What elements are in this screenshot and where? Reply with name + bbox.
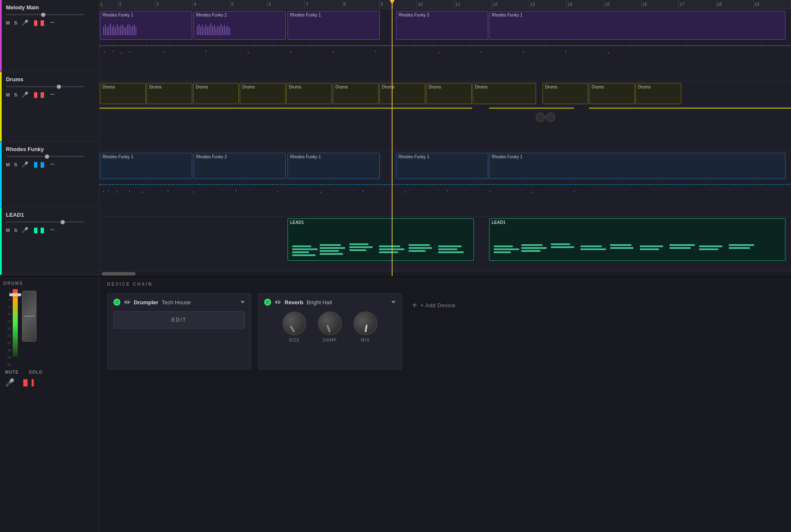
size-knob[interactable] xyxy=(282,311,306,335)
drums-solo-btn[interactable]: S xyxy=(14,92,17,97)
drums-clip-10[interactable]: Drums xyxy=(542,83,588,104)
rhodes-clip-4[interactable]: Rhodes Funky 1 xyxy=(396,153,488,179)
drums-section-label: DRUMS xyxy=(3,281,96,286)
lead-pattern-icon[interactable]: ▐▌▐▌ xyxy=(33,228,46,233)
melody-clip-4[interactable]: Rhodes Funky 2 xyxy=(396,11,488,40)
svg-rect-75 xyxy=(292,251,309,253)
drums-clip-2[interactable]: Drums xyxy=(147,83,192,104)
drums-envelope-icon[interactable]: 〜 xyxy=(50,91,55,98)
lead-mic-icon[interactable]: 🎤 xyxy=(22,227,28,233)
rhodes-clip-1[interactable]: Rhodes Funky 1 xyxy=(100,153,192,179)
rhodes-pattern-icon[interactable]: ▐▌▐▌ xyxy=(33,162,46,167)
svg-rect-86 xyxy=(379,251,398,253)
lead-clip-1[interactable]: LEAD1 xyxy=(288,218,474,261)
drumpler-edit-btn[interactable]: EDIT xyxy=(113,311,245,328)
scrollbar-thumb[interactable] xyxy=(102,272,136,276)
ruler-mark-5: 5 xyxy=(230,0,268,9)
reverb-dropdown[interactable] xyxy=(391,301,396,303)
svg-rect-97 xyxy=(521,247,547,249)
drumpler-arrow-right xyxy=(127,300,130,304)
ruler-mark-1: 1 xyxy=(100,0,118,9)
drums-waveform-2 xyxy=(489,108,574,109)
damp-knob[interactable] xyxy=(318,311,342,335)
drums-clip-9[interactable]: Drums xyxy=(473,83,536,104)
rhodes-slider-thumb[interactable] xyxy=(45,154,49,159)
mix-knob-container: MIX xyxy=(354,311,377,342)
melody-mute-btn[interactable]: M xyxy=(6,20,10,25)
svg-rect-28 xyxy=(210,23,211,35)
rhodes-envelope-icon[interactable]: 〜 xyxy=(50,161,55,168)
add-device-btn[interactable]: + + Add Device xyxy=(409,297,459,314)
device-drumpler: Drumpler Tech House EDIT xyxy=(107,293,251,369)
melody-pattern-icon[interactable]: ▐▌▐▌ xyxy=(33,20,46,25)
timeline-scrollbar[interactable] xyxy=(100,271,791,276)
drums-waveform xyxy=(100,108,472,109)
rhodes-clip-5[interactable]: Rhodes Funky 1 xyxy=(489,153,785,179)
svg-rect-4 xyxy=(110,23,111,35)
svg-rect-70 xyxy=(489,191,490,192)
drums-clip-3[interactable]: Drums xyxy=(193,83,239,104)
melody-solo-btn[interactable]: S xyxy=(14,20,17,25)
svg-rect-23 xyxy=(202,25,203,35)
drums-pattern-icon[interactable]: ▐▌▐▌ xyxy=(33,92,46,97)
track-color-drums xyxy=(0,72,2,141)
ruler-mark-4: 4 xyxy=(193,0,230,9)
melody-clip-3[interactable]: Rhodes Funky 1 xyxy=(288,11,380,40)
device-reverb: Reverb Bright Hall SIZE xyxy=(258,293,402,369)
drums-clip-11[interactable]: Drums xyxy=(589,83,635,104)
main-fader[interactable] xyxy=(13,289,18,357)
drumpler-power-btn[interactable] xyxy=(113,299,120,306)
reverb-power-btn[interactable] xyxy=(264,299,271,306)
rhodes-clip-2[interactable]: Rhodes Funky 2 xyxy=(194,153,286,179)
melody-mic-icon[interactable]: 🎤 xyxy=(22,19,28,26)
drumpler-plugin-name: Drumpler xyxy=(134,299,158,306)
lead-envelope-icon[interactable]: 〜 xyxy=(50,227,55,233)
channel-fader-knob[interactable] xyxy=(22,291,36,342)
drumpler-dropdown[interactable] xyxy=(241,301,245,303)
bottom-mic-icon[interactable]: 🎤 xyxy=(5,378,14,387)
bottom-pattern-icon[interactable]: ▐▌▐ xyxy=(21,379,34,386)
melody-clip-5[interactable]: Rhodes Funky 1 xyxy=(489,11,785,40)
size-knob-label: SIZE xyxy=(289,338,300,342)
mix-knob[interactable] xyxy=(354,311,377,335)
drums-clip-4[interactable]: Drums xyxy=(240,83,285,104)
melody-clip-2[interactable]: Rhodes Funky 2 xyxy=(194,11,286,40)
track-header-drums: Drums M S 🎤 ▐▌▐▌ 〜 xyxy=(0,72,99,142)
svg-rect-12 xyxy=(124,27,124,35)
svg-rect-79 xyxy=(320,250,339,252)
drums-slider-thumb[interactable] xyxy=(57,85,61,89)
devices-row: Drumpler Tech House EDIT Reverb xyxy=(107,293,783,369)
rhodes-mute-btn[interactable]: M xyxy=(6,162,10,167)
fader-handle[interactable] xyxy=(9,293,21,296)
svg-rect-108 xyxy=(669,247,691,249)
ruler-mark-12: 12 xyxy=(492,0,529,9)
lead-solo-btn[interactable]: S xyxy=(14,228,17,233)
drums-mic-icon[interactable]: 🎤 xyxy=(22,91,28,98)
lead-mute-btn[interactable]: M xyxy=(6,228,10,233)
melody-slider-thumb[interactable] xyxy=(41,13,45,17)
drumpler-arrows[interactable] xyxy=(124,300,130,304)
drums-clip-1[interactable]: Drums xyxy=(100,83,146,104)
melody-clip-1[interactable]: Rhodes Funky 1 xyxy=(100,11,192,40)
rhodes-solo-btn[interactable]: S xyxy=(14,162,17,167)
drums-clip-7[interactable]: Drums xyxy=(379,83,425,104)
reverb-arrows[interactable] xyxy=(274,300,281,304)
lead-clip-2[interactable]: LEAD1 xyxy=(489,218,785,261)
drums-clip-6[interactable]: Drums xyxy=(333,83,379,104)
svg-rect-76 xyxy=(292,254,315,256)
rhodes-mic-icon[interactable]: 🎤 xyxy=(22,161,28,168)
rhodes-controls: M S 🎤 ▐▌▐▌ 〜 xyxy=(6,161,95,168)
mix-knob-indicator xyxy=(365,325,368,332)
melody-envelope-icon[interactable]: 〜 xyxy=(50,19,55,26)
drums-clip-12[interactable]: Drums xyxy=(636,83,681,104)
svg-rect-112 xyxy=(729,247,750,249)
drums-mute-btn[interactable]: M xyxy=(6,92,10,97)
drums-clip-8[interactable]: Drums xyxy=(426,83,472,104)
drums-clip-5[interactable]: Drums xyxy=(286,83,332,104)
rhodes-clip-3[interactable]: Rhodes Funky 1 xyxy=(288,153,380,179)
svg-rect-46 xyxy=(205,51,207,52)
svg-rect-57 xyxy=(103,191,104,192)
svg-rect-16 xyxy=(130,27,131,35)
lead-slider-thumb[interactable] xyxy=(61,220,65,224)
svg-rect-101 xyxy=(581,245,602,247)
